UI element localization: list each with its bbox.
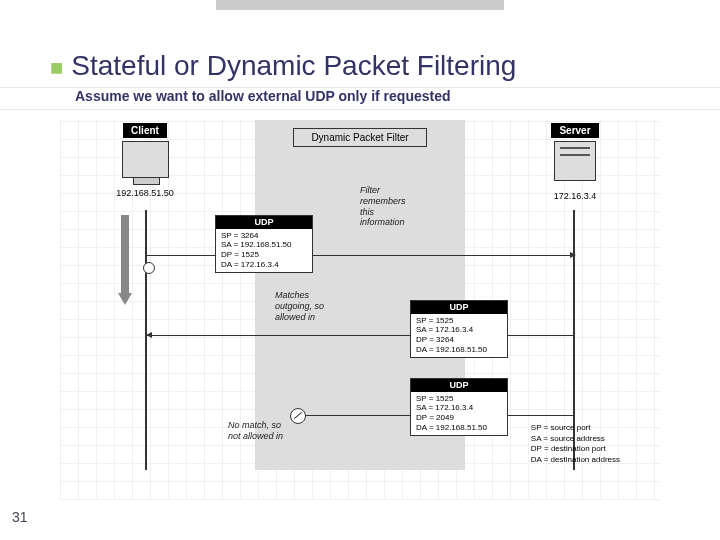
packet-protocol: UDP bbox=[411, 301, 507, 314]
legend-sp: SP = source port bbox=[531, 423, 620, 433]
client-label: Client bbox=[123, 123, 167, 138]
bullet-icon: ■ bbox=[50, 55, 63, 80]
packet-da: DA = 192.168.51.50 bbox=[416, 423, 502, 433]
packet-protocol: UDP bbox=[216, 216, 312, 229]
packet-dp: DP = 2049 bbox=[416, 413, 502, 423]
packet-incoming-blocked: UDP SP = 1525 SA = 172.16.3.4 DP = 2049 … bbox=[410, 378, 508, 436]
packet-da: DA = 172.16.3.4 bbox=[221, 260, 307, 270]
packet-sp: SP = 1525 bbox=[416, 316, 502, 326]
computer-icon bbox=[122, 141, 169, 178]
flow-outgoing bbox=[147, 255, 575, 256]
client-timeline bbox=[145, 210, 147, 470]
note-nomatch: No match, so not allowed in bbox=[228, 420, 283, 442]
packet-dp: DP = 1525 bbox=[221, 250, 307, 260]
legend-sa: SA = source address bbox=[531, 434, 620, 444]
packet-outgoing: UDP SP = 3264 SA = 192.168.51.50 DP = 15… bbox=[215, 215, 313, 273]
title-text: Stateful or Dynamic Packet Filtering bbox=[71, 50, 516, 81]
slide-subtitle: Assume we want to allow external UDP onl… bbox=[75, 88, 720, 104]
packet-sp: SP = 1525 bbox=[416, 394, 502, 404]
packet-protocol: UDP bbox=[411, 379, 507, 392]
svg-marker-1 bbox=[118, 293, 132, 305]
packet-da: DA = 192.168.51.50 bbox=[416, 345, 502, 355]
time-arrow-icon bbox=[118, 215, 132, 305]
slide-title: ■Stateful or Dynamic Packet Filtering bbox=[50, 50, 720, 82]
window-topbar bbox=[216, 0, 504, 10]
server-icon bbox=[554, 141, 596, 181]
server-node: Server 172.16.3.4 bbox=[530, 120, 620, 201]
diagram-area: Client 192.168.51.50 Server 172.16.3.4 D… bbox=[100, 120, 620, 470]
clock-icon bbox=[143, 262, 155, 274]
packet-incoming-allowed: UDP SP = 1525 SA = 172.16.3.4 DP = 3264 … bbox=[410, 300, 508, 358]
legend-dp: DP = destination port bbox=[531, 444, 620, 454]
packet-sa: SA = 192.168.51.50 bbox=[221, 240, 307, 250]
packet-sa: SA = 172.16.3.4 bbox=[416, 403, 502, 413]
divider bbox=[0, 109, 720, 110]
legend-da: DA = destination address bbox=[531, 455, 620, 465]
packet-sp: SP = 3264 bbox=[221, 231, 307, 241]
note-match: Matches outgoing, so allowed in bbox=[275, 290, 324, 322]
server-label: Server bbox=[551, 123, 598, 138]
flow-incoming-allowed bbox=[147, 335, 575, 336]
client-ip: 192.168.51.50 bbox=[100, 188, 190, 198]
client-node: Client 192.168.51.50 bbox=[100, 120, 190, 198]
packet-dp: DP = 3264 bbox=[416, 335, 502, 345]
server-ip: 172.16.3.4 bbox=[530, 191, 620, 201]
legend: SP = source port SA = source address DP … bbox=[531, 423, 620, 465]
page-number: 31 bbox=[12, 509, 28, 525]
packet-sa: SA = 172.16.3.4 bbox=[416, 325, 502, 335]
filter-label: Dynamic Packet Filter bbox=[293, 128, 427, 147]
block-icon bbox=[290, 408, 306, 424]
note-remember: Filter remembers this information bbox=[360, 185, 406, 228]
